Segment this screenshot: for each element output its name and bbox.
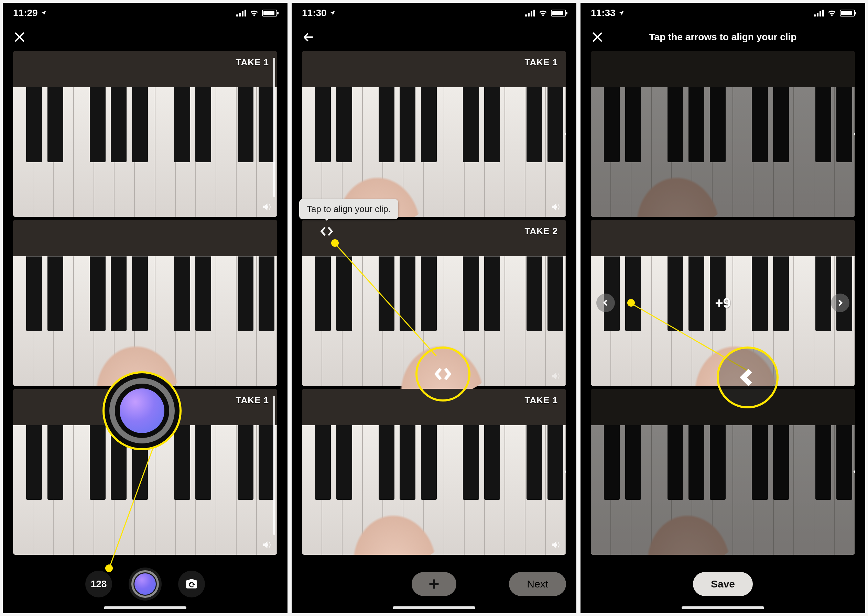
cellular-icon: [236, 9, 246, 17]
nudge-left-icon[interactable]: [847, 462, 855, 481]
battery-icon: [551, 9, 566, 17]
nudge-left-icon[interactable]: [847, 125, 855, 143]
battery-icon: [840, 9, 855, 17]
status-bar: 11:33: [580, 3, 865, 24]
status-bar: 11:30: [292, 3, 576, 24]
clip-take[interactable]: TAKE 1: [302, 51, 566, 217]
volume-icon[interactable]: [550, 202, 561, 212]
volume-icon[interactable]: [261, 540, 272, 550]
take-badge: TAKE 2: [524, 226, 558, 237]
location-icon: [618, 10, 624, 16]
phone-screen-align-select: 11:30 TAKE 1: [292, 3, 576, 613]
flip-camera-button[interactable]: [178, 570, 205, 597]
tempo-button[interactable]: 128: [85, 570, 112, 597]
offset-value: +9: [715, 295, 731, 310]
location-icon: [329, 10, 336, 16]
scroll-handle[interactable]: [273, 58, 275, 197]
save-label: Save: [711, 578, 735, 590]
scroll-handle[interactable]: [273, 396, 275, 535]
align-tooltip: Tap to align your clip.: [299, 199, 398, 219]
align-handle-icon[interactable]: [320, 225, 333, 238]
clip-take-selected[interactable]: Tap to align your clip. TAKE 2: [302, 220, 566, 386]
clip-take[interactable]: TAKE 1: [302, 389, 566, 555]
tooltip-text: Tap to align your clip.: [307, 204, 391, 214]
bottom-bar: Next: [292, 555, 576, 613]
take-badge: TAKE 1: [524, 57, 558, 68]
status-bar: 11:29: [3, 3, 288, 24]
app-header: [292, 24, 576, 51]
volume-icon[interactable]: [261, 202, 272, 212]
home-indicator[interactable]: [104, 607, 186, 609]
app-header: Tap the arrows to align your clip: [580, 24, 865, 51]
phone-screen-align-adjust: 11:33 Tap the arrows to align your clip: [580, 3, 865, 613]
phone-screen-record: 11:29 TAKE 1: [3, 3, 288, 613]
back-icon[interactable]: [302, 31, 315, 44]
clip-take: [591, 389, 855, 555]
clip-active-record[interactable]: [13, 220, 277, 386]
take-badge: TAKE 1: [236, 57, 269, 68]
wifi-icon: [250, 9, 259, 17]
nudge-right-button[interactable]: [831, 294, 849, 312]
home-indicator[interactable]: [682, 607, 764, 609]
home-indicator[interactable]: [393, 607, 475, 609]
clip-take[interactable]: TAKE 1: [13, 389, 277, 555]
clip-take-active[interactable]: +9: [591, 220, 855, 386]
nudge-left-button[interactable]: [596, 294, 615, 312]
app-header: [3, 24, 288, 51]
take-badge: TAKE 1: [524, 395, 558, 405]
clip-take: [591, 51, 855, 217]
clip-list: TAKE 1 TAKE 1: [3, 51, 288, 555]
volume-icon[interactable]: [550, 371, 561, 381]
battery-icon: [262, 9, 277, 17]
take-badge: TAKE 1: [236, 395, 269, 405]
close-icon[interactable]: [13, 31, 26, 44]
clip-list: +9: [580, 51, 865, 555]
page-title: Tap the arrows to align your clip: [618, 31, 828, 42]
wifi-icon: [827, 9, 837, 17]
close-icon[interactable]: [591, 31, 604, 44]
location-icon: [41, 10, 47, 16]
tempo-label: 128: [91, 578, 107, 589]
next-button[interactable]: Next: [509, 572, 566, 596]
cellular-icon: [814, 9, 824, 17]
cellular-icon: [525, 9, 535, 17]
record-button[interactable]: [129, 567, 162, 600]
volume-icon[interactable]: [550, 540, 561, 550]
next-label: Next: [527, 578, 548, 590]
status-time: 11:29: [13, 8, 38, 19]
status-time: 11:30: [302, 8, 327, 19]
save-button[interactable]: Save: [693, 572, 753, 596]
bottom-bar: Save: [580, 555, 865, 613]
add-button[interactable]: [412, 572, 456, 596]
status-time: 11:33: [591, 8, 616, 19]
wifi-icon: [539, 9, 547, 17]
clip-take[interactable]: TAKE 1: [13, 51, 277, 217]
clip-list: TAKE 1 Tap to align your clip. TAKE 2: [292, 51, 576, 555]
bottom-bar: 128: [3, 555, 288, 613]
